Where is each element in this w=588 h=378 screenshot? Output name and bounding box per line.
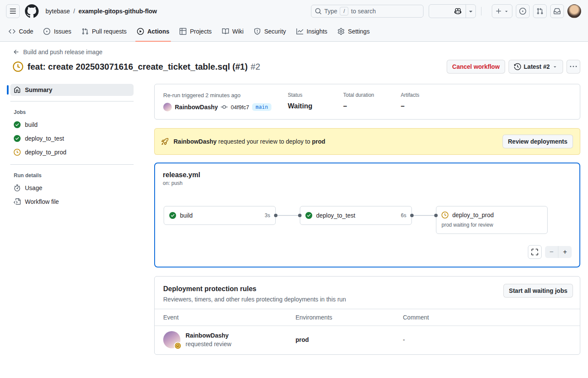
tab-label: Settings bbox=[348, 28, 370, 35]
sidebar-divider bbox=[10, 164, 134, 165]
sidebar-item-usage[interactable]: Usage bbox=[7, 181, 134, 195]
page-title: feat: create 202503071616_create_ticket_… bbox=[27, 62, 248, 72]
breadcrumb: bytebase / example-gitops-github-flow bbox=[46, 8, 157, 15]
tab-security[interactable]: Security bbox=[249, 22, 291, 41]
book-icon bbox=[222, 28, 229, 35]
graph-edge bbox=[276, 215, 300, 216]
tab-label: Pull requests bbox=[92, 28, 127, 35]
tab-label: Insights bbox=[307, 28, 327, 35]
stopwatch-icon bbox=[14, 184, 21, 191]
tab-label: Actions bbox=[147, 28, 169, 35]
fullscreen-button[interactable] bbox=[528, 245, 542, 259]
check-circle-icon bbox=[305, 212, 312, 219]
workflow-graph-card: release.yml on: push build 3s deploy_to_… bbox=[154, 163, 580, 267]
row-event-type: requested review bbox=[186, 341, 232, 347]
sidebar-job-deploy-to-test[interactable]: deploy_to_test bbox=[7, 132, 134, 145]
workflow-graph-canvas[interactable]: build 3s deploy_to_test 6s deploy_to_pro… bbox=[163, 206, 572, 234]
row-environment: prod bbox=[296, 336, 403, 343]
tab-insights[interactable]: Insights bbox=[291, 22, 332, 41]
sidebar-item-summary[interactable]: Summary bbox=[10, 84, 134, 96]
copilot-icon bbox=[454, 8, 461, 15]
back-to-workflow-link[interactable]: Build and push release image bbox=[13, 49, 102, 55]
column-header-event: Event bbox=[163, 314, 296, 321]
create-new-button[interactable] bbox=[492, 4, 512, 18]
tab-actions[interactable]: Actions bbox=[132, 22, 174, 41]
user-avatar[interactable] bbox=[567, 4, 581, 18]
tab-issues[interactable]: Issues bbox=[38, 22, 76, 41]
banner-actor: RainbowDashy bbox=[174, 138, 216, 145]
workflow-file-name: release.yml bbox=[163, 171, 572, 179]
pull-requests-button[interactable] bbox=[533, 4, 547, 18]
rocket-icon bbox=[161, 138, 168, 145]
duration-label: Total duration bbox=[343, 92, 401, 98]
commit-sha-link[interactable]: 04f9fc7 bbox=[231, 104, 249, 111]
breadcrumb-org[interactable]: bytebase bbox=[46, 8, 70, 15]
breadcrumb-repo[interactable]: example-gitops-github-flow bbox=[79, 8, 157, 15]
header-actions bbox=[492, 4, 581, 18]
issue-opened-icon bbox=[43, 28, 50, 35]
graph-node-deploy-to-test[interactable]: deploy_to_test 6s bbox=[300, 206, 412, 225]
review-deployments-button[interactable]: Review deployments bbox=[503, 135, 573, 148]
table-icon bbox=[180, 28, 186, 35]
tab-projects[interactable]: Projects bbox=[174, 22, 217, 41]
search-input[interactable]: Type / to search bbox=[311, 5, 423, 18]
check-circle-icon bbox=[14, 121, 21, 128]
row-actor-name[interactable]: RainbowDashy bbox=[186, 332, 232, 339]
copilot-button[interactable] bbox=[450, 5, 466, 18]
copilot-split-button bbox=[429, 4, 476, 18]
latest-run-label: Latest #2 bbox=[524, 63, 550, 70]
banner-environment: prod bbox=[312, 138, 325, 145]
actor-name[interactable]: RainbowDashy bbox=[175, 104, 218, 111]
search-icon bbox=[315, 8, 322, 15]
zoom-control: − + bbox=[545, 246, 572, 258]
arrow-left-icon bbox=[13, 49, 20, 55]
tab-settings[interactable]: Settings bbox=[332, 22, 375, 41]
screen-full-icon bbox=[531, 249, 538, 255]
shield-icon bbox=[254, 28, 261, 35]
sidebar-job-deploy-to-prod[interactable]: deploy_to_prod bbox=[7, 145, 134, 159]
start-all-waiting-jobs-button[interactable]: Start all waiting jobs bbox=[503, 284, 573, 298]
git-pull-request-icon bbox=[536, 8, 543, 15]
run-main: Re-run triggered 2 minutes ago RainbowDa… bbox=[154, 84, 580, 355]
sidebar-item-workflow-file[interactable]: Workflow file bbox=[7, 195, 134, 209]
tab-code[interactable]: Code bbox=[3, 22, 38, 41]
zoom-in-button[interactable]: + bbox=[558, 246, 572, 258]
notifications-button[interactable] bbox=[550, 4, 564, 18]
copilot-dropdown-button[interactable] bbox=[466, 5, 475, 18]
home-icon bbox=[14, 86, 21, 93]
run-status-card: Re-run triggered 2 minutes ago RainbowDa… bbox=[154, 84, 580, 120]
hamburger-menu-button[interactable] bbox=[6, 4, 20, 18]
job-label: build bbox=[25, 121, 38, 128]
clock-icon bbox=[14, 149, 21, 156]
workflow-trigger: on: push bbox=[163, 180, 572, 186]
play-circle-icon bbox=[137, 28, 144, 35]
job-label: deploy_to_prod bbox=[25, 149, 67, 156]
graph-node-build[interactable]: build 3s bbox=[164, 206, 276, 225]
clock-badge-icon bbox=[174, 342, 182, 350]
tab-label: Security bbox=[264, 28, 286, 35]
jobs-heading: Jobs bbox=[7, 107, 134, 118]
git-pull-request-icon bbox=[82, 28, 88, 35]
inbox-icon bbox=[554, 8, 561, 15]
branch-badge[interactable]: main bbox=[252, 103, 271, 111]
review-request-banner: RainbowDashy requested your review to de… bbox=[154, 128, 580, 155]
zoom-out-button[interactable]: − bbox=[545, 246, 558, 258]
tab-wiki[interactable]: Wiki bbox=[217, 22, 249, 41]
node-duration: 3s bbox=[265, 212, 270, 218]
tab-pull-requests[interactable]: Pull requests bbox=[76, 22, 132, 41]
graph-node-deploy-to-prod[interactable]: deploy_to_prod prod waiting for review bbox=[436, 206, 548, 234]
chevron-down-icon bbox=[504, 9, 509, 14]
run-options-button[interactable] bbox=[567, 60, 580, 74]
cancel-workflow-button[interactable]: Cancel workflow bbox=[447, 60, 505, 74]
tab-label: Projects bbox=[190, 28, 212, 35]
reviewer-avatar[interactable] bbox=[163, 331, 180, 348]
issue-opened-icon bbox=[519, 8, 526, 15]
sidebar-job-build[interactable]: build bbox=[7, 118, 134, 132]
actor-avatar[interactable] bbox=[163, 103, 172, 111]
duration-value: – bbox=[343, 102, 401, 110]
active-indicator-bar bbox=[7, 85, 9, 95]
github-logo-icon[interactable] bbox=[25, 4, 39, 18]
latest-run-button[interactable]: Latest #2 bbox=[509, 60, 563, 74]
issues-button[interactable] bbox=[516, 4, 530, 18]
file-code-icon bbox=[14, 198, 21, 205]
